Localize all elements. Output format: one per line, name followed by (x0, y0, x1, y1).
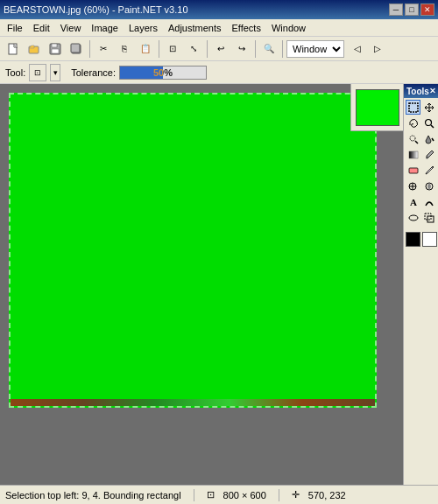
svg-rect-17 (409, 168, 418, 173)
secondary-color-box[interactable] (422, 232, 437, 247)
menu-window[interactable]: Window (266, 21, 311, 35)
tool-dropdown-btn[interactable]: ▾ (50, 64, 60, 81)
open-button[interactable] (25, 39, 44, 59)
title-bar: BEARSTOWN.jpg (60%) - Paint.NET v3.10 ─ … (0, 0, 438, 19)
tool-gradient[interactable] (406, 147, 420, 162)
current-tool-btn[interactable]: ⊡ (29, 64, 46, 81)
tools-panel-header: Tools ✕ (404, 84, 438, 98)
undo-button[interactable]: ↩ (211, 39, 230, 59)
menu-bar: File Edit View Image Layers Adjustments … (0, 19, 438, 37)
tool-rectangle-select[interactable] (406, 100, 420, 115)
new-button[interactable] (4, 39, 23, 59)
tool-text[interactable]: A (406, 194, 420, 209)
zoom-button[interactable]: 🔍 (259, 39, 279, 59)
status-selection-info: Selection top left: 9, 4. Bounding recta… (5, 490, 181, 500)
toolbar-sep-3 (207, 40, 208, 58)
tool-move[interactable] (421, 100, 436, 115)
tool-shapes[interactable] (406, 210, 420, 225)
tool-paint-bucket[interactable] (421, 131, 436, 146)
maximize-button[interactable]: □ (405, 4, 419, 16)
tools-panel-close[interactable]: ✕ (429, 87, 436, 95)
cut-button[interactable]: ✂ (94, 39, 113, 59)
thumbnail-image (356, 89, 399, 126)
svg-line-13 (415, 141, 418, 144)
menu-file[interactable]: File (2, 21, 28, 35)
toolbar-sep-5 (282, 40, 283, 58)
save-all-button[interactable] (67, 39, 86, 59)
window-dropdown[interactable]: Window Auto (286, 40, 344, 58)
redo-button[interactable]: ↪ (232, 39, 251, 59)
tool-zoom[interactable] (421, 116, 436, 130)
svg-point-12 (410, 136, 415, 141)
tool-pencil[interactable] (421, 163, 436, 178)
resize-button[interactable]: ⤡ (184, 39, 203, 59)
status-sep-1 (194, 489, 194, 501)
svg-rect-15 (409, 151, 418, 158)
tool-line-curve[interactable] (421, 194, 436, 209)
tolerance-label: Tolerance: (71, 67, 116, 78)
toolbar-extra-2[interactable]: ▷ (368, 39, 387, 59)
tool-lasso[interactable] (406, 116, 420, 130)
title-buttons: ─ □ ✕ (389, 4, 434, 16)
canvas-area[interactable] (0, 84, 438, 485)
tool-eraser[interactable] (406, 163, 420, 178)
menu-view[interactable]: View (55, 21, 87, 35)
close-button[interactable]: ✕ (420, 4, 434, 16)
svg-rect-6 (52, 49, 59, 53)
status-size: 800 × 600 (223, 490, 266, 500)
status-bar: Selection top left: 9, 4. Bounding recta… (0, 485, 438, 504)
svg-point-16 (426, 157, 428, 158)
save-button[interactable] (46, 39, 65, 59)
menu-effects[interactable]: Effects (227, 21, 266, 35)
coords-icon: ✛ (292, 489, 300, 500)
menu-adjustments[interactable]: Adjustments (163, 21, 227, 35)
size-icon: ⊡ (207, 489, 215, 500)
thumbnail-panel (350, 84, 403, 131)
title-text: BEARSTOWN.jpg (60%) - Paint.NET v3.10 (4, 4, 188, 15)
status-coords: 570, 232 (308, 490, 346, 500)
menu-edit[interactable]: Edit (28, 21, 55, 35)
image-canvas (9, 93, 377, 408)
svg-rect-9 (409, 103, 418, 112)
tool-recolor[interactable] (421, 178, 436, 193)
toolbar-sep-2 (159, 40, 159, 58)
tools-panel: Tools ✕ (403, 84, 438, 485)
tolerance-bar[interactable]: 50% (119, 66, 207, 80)
svg-text:A: A (410, 197, 417, 207)
main-area: Tools ✕ (0, 84, 438, 485)
tools-panel-title: Tools (406, 87, 429, 96)
svg-point-22 (409, 215, 418, 220)
menu-layers[interactable]: Layers (124, 21, 163, 35)
tool-paintbrush[interactable] (421, 147, 436, 162)
toolbar-sep-1 (89, 40, 90, 58)
toolbar-extra-1[interactable]: ◁ (348, 39, 367, 59)
color-boxes (404, 230, 438, 248)
copy-button[interactable]: ⎘ (115, 39, 134, 59)
minimize-button[interactable]: ─ (389, 4, 403, 16)
status-sep-2 (279, 489, 279, 501)
svg-line-14 (432, 138, 434, 141)
paste-button[interactable]: 📋 (136, 39, 155, 59)
svg-point-10 (425, 119, 431, 125)
svg-rect-5 (52, 44, 57, 47)
color-row (406, 232, 437, 247)
tool-options-bar: Tool: ⊡ ▾ Tolerance: 50% (0, 61, 438, 84)
menu-image[interactable]: Image (86, 21, 124, 35)
tool-magic-wand[interactable] (406, 131, 420, 146)
svg-line-11 (431, 125, 434, 128)
tool-selection-mod[interactable] (421, 210, 436, 225)
primary-color-box[interactable] (406, 232, 420, 247)
svg-rect-8 (71, 44, 80, 52)
tool-clone-stamp[interactable] (406, 178, 420, 193)
tolerance-value: 50% (120, 66, 206, 79)
tools-grid: A (404, 98, 438, 227)
toolbar-sep-4 (255, 40, 256, 58)
tool-label: Tool: (5, 67, 25, 78)
crop-button[interactable]: ⊡ (163, 39, 182, 59)
toolbar: ✂ ⎘ 📋 ⊡ ⤡ ↩ ↪ 🔍 Window Auto ◁ ▷ (0, 37, 438, 61)
